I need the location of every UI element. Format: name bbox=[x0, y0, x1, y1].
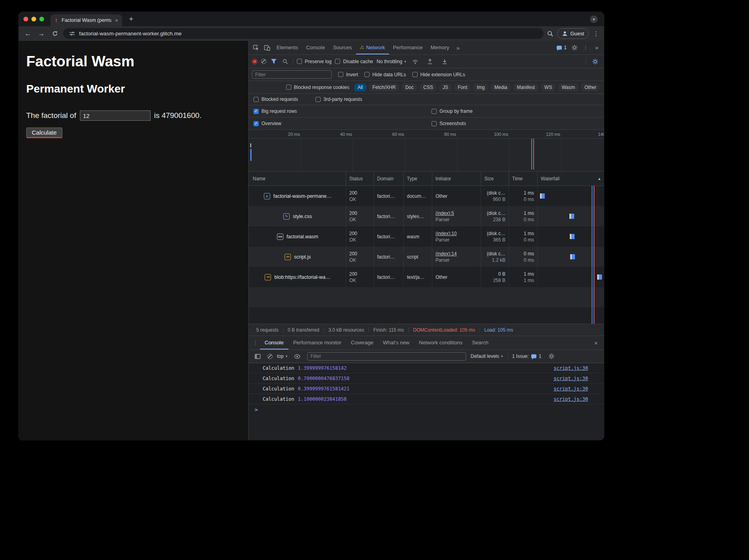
console-source-link[interactable]: script.js:30 bbox=[554, 365, 588, 371]
filter-chip[interactable]: Fetch/XHR bbox=[369, 83, 399, 91]
initiator-link[interactable]: (index):10 bbox=[435, 230, 478, 237]
export-har-icon[interactable] bbox=[439, 56, 450, 67]
column-header-size[interactable]: Size bbox=[481, 172, 509, 185]
devtools-tab[interactable]: ⚠ Elements bbox=[273, 41, 302, 54]
log-levels-select[interactable]: Default levels ▾ bbox=[470, 353, 503, 359]
more-tabs-button[interactable]: » bbox=[453, 44, 463, 51]
network-request-row[interactable]: blob:https://factorial-wa… 200 OK factor… bbox=[249, 267, 604, 287]
big-request-rows-checkbox[interactable]: Big request rows bbox=[254, 108, 432, 114]
back-button[interactable]: ← bbox=[23, 29, 33, 39]
console-settings-gear-icon[interactable] bbox=[546, 351, 557, 361]
zoom-icon[interactable] bbox=[547, 30, 554, 37]
preserve-log-checkbox[interactable]: Preserve log bbox=[297, 59, 331, 64]
group-by-frame-checkbox[interactable]: Group by frame bbox=[432, 108, 472, 114]
console-issues-button[interactable]: 1 Issue: 1 bbox=[512, 353, 542, 359]
profile-button[interactable]: Guest bbox=[557, 28, 589, 39]
column-header-domain[interactable]: Domain bbox=[374, 172, 404, 185]
filter-chip[interactable]: Other bbox=[581, 83, 600, 91]
drawer-tab[interactable]: Search bbox=[467, 336, 493, 350]
initiator-link[interactable]: (index):14 bbox=[435, 251, 478, 257]
network-request-row[interactable]: factorial.wasm 200 OK factori… wasm bbox=[249, 226, 604, 247]
console-filter-input[interactable] bbox=[307, 352, 466, 361]
blocked-response-cookies-checkbox[interactable]: Blocked response cookies bbox=[286, 85, 349, 90]
drawer-tab[interactable]: Network conditions bbox=[414, 336, 467, 350]
fullscreen-window-button[interactable] bbox=[39, 17, 44, 21]
network-conditions-icon[interactable] bbox=[410, 56, 421, 67]
tab-close-icon[interactable]: × bbox=[114, 17, 119, 23]
drawer-tab[interactable]: Performance monitor bbox=[288, 336, 346, 350]
console-source-link[interactable]: script.js:30 bbox=[554, 376, 588, 381]
console-prompt[interactable]: > bbox=[249, 404, 604, 415]
hide-data-urls-checkbox[interactable]: Hide data URLs bbox=[364, 72, 406, 77]
network-request-row[interactable]: factorial-wasm-permane… 200 OK factori… … bbox=[249, 186, 604, 206]
eye-icon[interactable] bbox=[292, 351, 303, 361]
new-tab-button[interactable]: + bbox=[126, 14, 136, 24]
console-source-link[interactable]: script.js:30 bbox=[554, 396, 588, 402]
url-bar[interactable]: factorial-wasm-permanent-worker.glitch.m… bbox=[63, 28, 544, 39]
filter-chip[interactable]: WS bbox=[541, 83, 555, 91]
column-header-type[interactable]: Type bbox=[404, 172, 432, 185]
column-header-name[interactable]: Name bbox=[249, 172, 346, 185]
filter-chip[interactable]: JS bbox=[439, 83, 452, 91]
tab-search-button[interactable]: ▾ bbox=[590, 15, 598, 23]
close-window-button[interactable] bbox=[23, 17, 28, 21]
minimize-window-button[interactable] bbox=[31, 17, 36, 21]
network-request-row[interactable]: script.js 200 OK factori… script bbox=[249, 247, 604, 267]
site-settings-icon[interactable] bbox=[68, 30, 75, 37]
blocked-requests-checkbox[interactable]: Blocked requests bbox=[254, 97, 298, 102]
import-har-icon[interactable] bbox=[424, 56, 435, 67]
devtools-menu-icon[interactable]: ⋮ bbox=[580, 42, 591, 53]
hide-extension-urls-checkbox[interactable]: Hide extension URLs bbox=[412, 72, 465, 77]
devtools-tab[interactable]: ⚠ Network bbox=[356, 41, 389, 54]
drawer-tab[interactable]: What's new bbox=[378, 336, 414, 350]
clear-console-icon[interactable] bbox=[267, 354, 273, 359]
filter-chip[interactable]: Doc bbox=[402, 83, 417, 91]
filter-chip[interactable]: Media bbox=[491, 83, 511, 91]
devtools-close-icon[interactable]: × bbox=[591, 42, 602, 53]
record-network-log-button[interactable] bbox=[252, 59, 257, 64]
filter-chip[interactable]: Img bbox=[473, 83, 488, 91]
column-header-time[interactable]: Time bbox=[509, 172, 538, 185]
filter-chip[interactable]: Wasm bbox=[558, 83, 579, 91]
settings-gear-icon[interactable] bbox=[569, 42, 580, 53]
filter-chip[interactable]: All bbox=[354, 83, 366, 91]
throttling-select[interactable]: No throttling ▾ bbox=[377, 59, 406, 64]
column-header-initiator[interactable]: Initiator bbox=[432, 172, 481, 185]
devtools-tab[interactable]: ⚠ Performance bbox=[389, 41, 426, 54]
invert-checkbox[interactable]: Invert bbox=[338, 72, 358, 77]
drawer-tab[interactable]: Console bbox=[260, 336, 288, 350]
column-header-status[interactable]: Status bbox=[346, 172, 374, 185]
context-select[interactable]: top ▾ bbox=[277, 353, 287, 359]
device-toolbar-icon[interactable] bbox=[261, 42, 273, 53]
filter-chip[interactable]: Manifest bbox=[513, 83, 538, 91]
issues-counter-button[interactable]: 1 bbox=[554, 45, 569, 50]
console-sidebar-icon[interactable] bbox=[252, 351, 263, 361]
drawer-close-icon[interactable]: × bbox=[590, 338, 602, 348]
drawer-tab[interactable]: Coverage bbox=[346, 336, 378, 350]
devtools-tab[interactable]: ⚠ Console bbox=[302, 41, 329, 54]
column-header-waterfall[interactable]: Waterfall ▲ bbox=[538, 172, 604, 185]
inspect-element-icon[interactable] bbox=[250, 42, 261, 53]
search-icon[interactable] bbox=[281, 56, 289, 67]
console-source-link[interactable]: script.js:30 bbox=[554, 386, 588, 392]
initiator-link[interactable]: (index):5 bbox=[435, 210, 478, 216]
devtools-tab[interactable]: ⚠ Memory bbox=[426, 41, 453, 54]
browser-menu-button[interactable]: ⋮ bbox=[592, 30, 600, 37]
third-party-requests-checkbox[interactable]: 3rd-party requests bbox=[315, 97, 362, 102]
screenshots-checkbox[interactable]: Screenshots bbox=[432, 121, 466, 126]
network-filter-input[interactable] bbox=[252, 70, 332, 79]
clear-network-log-icon[interactable] bbox=[261, 59, 266, 64]
disable-cache-checkbox[interactable]: Disable cache bbox=[335, 59, 373, 64]
devtools-tab[interactable]: ⚠ Sources bbox=[329, 41, 356, 54]
reload-button[interactable] bbox=[50, 29, 60, 39]
calculate-button[interactable]: Calculate bbox=[26, 127, 62, 138]
filter-chip[interactable]: Font bbox=[454, 83, 471, 91]
network-request-row[interactable]: style.css 200 OK factori… styles… bbox=[249, 206, 604, 226]
filter-chip[interactable]: CSS bbox=[420, 83, 437, 91]
filter-funnel-icon[interactable] bbox=[270, 56, 278, 67]
overview-checkbox[interactable]: Overview bbox=[254, 121, 432, 126]
browser-tab[interactable]: ! Factorial Wasm (permanent W × bbox=[50, 14, 122, 26]
factorial-input[interactable] bbox=[80, 110, 151, 121]
forward-button[interactable]: → bbox=[36, 29, 46, 39]
drawer-menu-icon[interactable]: ⋮ bbox=[251, 338, 260, 348]
